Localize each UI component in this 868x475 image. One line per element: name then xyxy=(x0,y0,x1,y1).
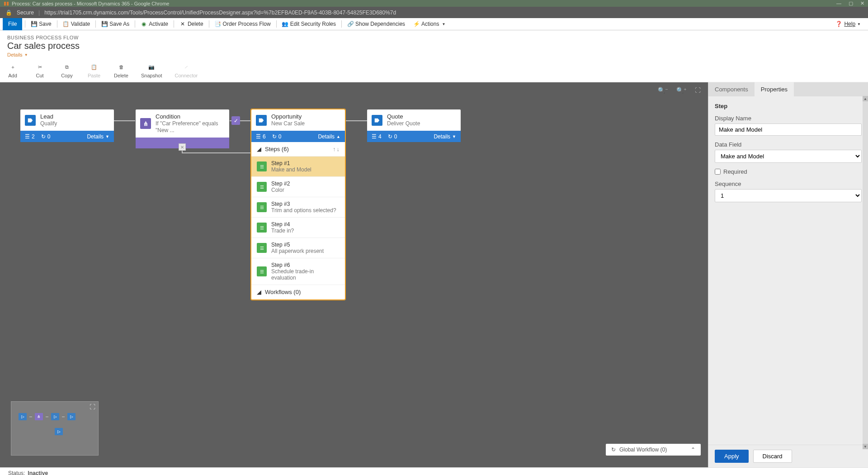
chevron-down-icon: ▼ xyxy=(105,134,109,139)
stage-opportunity[interactable]: OpportunityNew Car Sale ☰ 6 ↻ 0 Details … xyxy=(251,109,345,299)
delete-button[interactable]: ✕Delete xyxy=(177,21,206,27)
step-row[interactable]: ☰ Step #2Color xyxy=(251,177,345,197)
global-workflow-bar[interactable]: ↻ Global Workflow (0) ⌃ xyxy=(606,444,701,456)
required-checkbox[interactable] xyxy=(715,169,721,175)
stage-icon xyxy=(372,115,382,126)
details-toggle[interactable]: Details▼ xyxy=(7,52,861,57)
zoom-in-icon[interactable]: 🔍⁺ xyxy=(676,87,687,94)
step-icon: ☰ xyxy=(257,223,267,233)
actions-icon: ⚡ xyxy=(413,21,420,27)
details-toggle[interactable]: Details ▲ xyxy=(318,133,340,140)
cut-button[interactable]: ✂Cut xyxy=(33,63,47,78)
validate-button[interactable]: 📋Validate xyxy=(60,21,93,27)
actions-menu[interactable]: ⚡Actions▼ xyxy=(410,21,448,27)
delete-cmd-button[interactable]: 🗑Delete xyxy=(114,63,128,78)
scroll-down-icon[interactable]: ▼ xyxy=(863,444,868,449)
section-title: Step xyxy=(715,103,862,109)
scroll-up-icon[interactable]: ▲ xyxy=(863,96,868,101)
connector-button[interactable]: ⟋Connector xyxy=(175,63,198,78)
mini-node: ▷ xyxy=(67,413,75,420)
workflow-count: ↻ 0 xyxy=(272,133,282,140)
help-icon: ❓ xyxy=(835,21,842,27)
step-row[interactable]: ☰ Step #6Schedule trade-in evaluation xyxy=(251,258,345,285)
step-icon: ☰ xyxy=(257,243,267,253)
stage-quote[interactable]: QuoteDeliver Quote ☰ 4 ↻ 0 Details ▼ xyxy=(367,109,461,142)
stage-lead[interactable]: LeadQualify ☰ 2 ↻ 0 Details ▼ xyxy=(20,109,114,142)
url-text: https://trial1705.crm.dynamics.com/Tools… xyxy=(44,10,396,16)
window-titlebar: ▮▮ Process: Car sales process - Microsof… xyxy=(0,0,868,7)
expand-icon[interactable]: ⛶ xyxy=(90,404,95,410)
app-icon: ▮▮ xyxy=(4,0,9,6)
order-flow-button[interactable]: 📑Order Process Flow xyxy=(212,21,274,27)
data-field-label: Data Field xyxy=(715,141,862,148)
copy-button[interactable]: ⧉Copy xyxy=(60,63,74,78)
paste-button[interactable]: 📋Paste xyxy=(87,63,101,78)
condition-true-badge: ✓ xyxy=(231,116,240,125)
activate-button[interactable]: ◉Activate xyxy=(138,21,171,27)
show-deps-button[interactable]: 🔗Show Dependencies xyxy=(344,21,408,27)
activate-icon: ◉ xyxy=(141,21,147,27)
sequence-select[interactable]: 1 xyxy=(715,189,862,202)
step-icon: ☰ xyxy=(257,162,267,171)
steps-header[interactable]: ◢ Steps (6) ↑↓ xyxy=(251,142,345,157)
workflow-count: ↻ 0 xyxy=(41,133,51,140)
condition-node[interactable]: ⋔ ConditionIf "Car Preference" equals "N… xyxy=(136,109,229,148)
tab-components[interactable]: Components xyxy=(708,82,755,96)
move-up-icon[interactable]: ↑ xyxy=(333,146,336,152)
plus-icon: ＋ xyxy=(9,63,17,71)
mini-node: ▷ xyxy=(51,413,59,420)
workflows-header[interactable]: ◢ Workflows (0) xyxy=(251,285,345,299)
file-menu[interactable]: File xyxy=(3,18,22,30)
save-as-icon: 💾 xyxy=(101,21,108,27)
save-as-button[interactable]: 💾Save As xyxy=(99,21,132,27)
step-row[interactable]: ☰ Step #1Make and Model xyxy=(251,157,345,177)
display-name-input[interactable] xyxy=(715,124,862,136)
save-button[interactable]: 💾Save xyxy=(28,21,54,27)
move-down-icon[interactable]: ↓ xyxy=(337,146,340,152)
apply-button[interactable]: Apply xyxy=(715,450,749,463)
secure-label: Secure xyxy=(17,10,34,16)
chevron-down-icon: ▼ xyxy=(24,53,28,57)
process-canvas[interactable]: 🔍⁻ 🔍⁺ ⛶ LeadQualify ☰ 2 ↻ 0 Details ▼ ⋔ xyxy=(0,82,708,467)
paste-icon: 📋 xyxy=(90,63,98,71)
details-toggle[interactable]: Details ▼ xyxy=(434,133,456,140)
details-toggle[interactable]: Details ▼ xyxy=(87,133,109,140)
status-bar: Status: Inactive xyxy=(0,467,868,475)
step-icon: ☰ xyxy=(257,266,267,276)
snapshot-button[interactable]: 📷Snapshot xyxy=(141,63,162,78)
tab-properties[interactable]: Properties xyxy=(755,82,794,96)
minimize-icon[interactable]: — xyxy=(836,0,841,6)
chevron-up-icon: ⌃ xyxy=(691,446,695,453)
add-button[interactable]: ＋Add xyxy=(5,63,20,78)
step-row[interactable]: ☰ Step #4Trade in? xyxy=(251,218,345,238)
lock-icon: 🔒 xyxy=(5,10,12,16)
minimap[interactable]: ⛶ ▷ ⋔ ▷ ▷ ▷ xyxy=(11,401,99,456)
step-icon: ☰ xyxy=(257,182,267,192)
edit-security-button[interactable]: 👥Edit Security Roles xyxy=(279,21,339,27)
deps-icon: 🔗 xyxy=(347,21,354,27)
page-title: Car sales process xyxy=(7,40,861,51)
maximize-icon[interactable]: ▢ xyxy=(849,0,853,6)
steps-count: ☰ 6 xyxy=(256,133,266,140)
ribbon-toolbar: File 💾Save 📋Validate 💾Save As ◉Activate … xyxy=(0,18,868,30)
breadcrumb: BUSINESS PROCESS FLOW xyxy=(7,35,861,40)
page-header: BUSINESS PROCESS FLOW Car sales process … xyxy=(0,30,868,60)
workflow-icon: ↻ xyxy=(611,446,616,453)
save-icon: 💾 xyxy=(31,21,37,27)
sequence-label: Sequence xyxy=(715,180,862,187)
window-title: Process: Car sales process - Microsoft D… xyxy=(12,1,169,6)
scrollbar[interactable]: ▲ ▼ xyxy=(863,96,868,449)
help-button[interactable]: ❓Help▼ xyxy=(835,21,865,27)
workflow-count: ↻ 0 xyxy=(388,133,397,140)
data-field-select[interactable]: Make and Model xyxy=(715,150,862,163)
address-bar: 🔒 Secure | https://trial1705.crm.dynamic… xyxy=(0,7,868,18)
connector-icon: ⟋ xyxy=(182,63,190,71)
condition-false-badge[interactable]: ✕ xyxy=(179,143,186,151)
discard-button[interactable]: Discard xyxy=(753,450,792,463)
zoom-out-icon[interactable]: 🔍⁻ xyxy=(658,87,668,94)
fit-screen-icon[interactable]: ⛶ xyxy=(695,87,701,94)
security-icon: 👥 xyxy=(282,21,288,27)
step-row[interactable]: ☰ Step #5All paperwork present xyxy=(251,238,345,258)
step-row[interactable]: ☰ Step #3Trim and options selected? xyxy=(251,197,345,218)
close-icon[interactable]: ✕ xyxy=(860,0,864,6)
